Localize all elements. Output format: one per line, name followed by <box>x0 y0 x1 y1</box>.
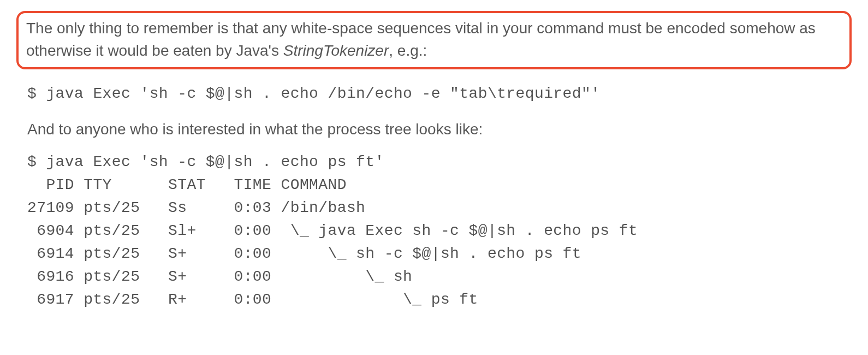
code-block-example-1: $ java Exec 'sh -c $@|sh . echo /bin/ech… <box>27 82 841 105</box>
note-paragraph: The only thing to remember is that any w… <box>26 17 842 62</box>
note-italic-term: StringTokenizer <box>283 42 389 59</box>
highlighted-note: The only thing to remember is that any w… <box>16 11 852 69</box>
code-block-process-tree: $ java Exec 'sh -c $@|sh . echo ps ft' P… <box>27 151 841 311</box>
paragraph-process-tree-intro: And to anyone who is interested in what … <box>27 119 841 141</box>
note-text-after: , e.g.: <box>389 42 427 59</box>
